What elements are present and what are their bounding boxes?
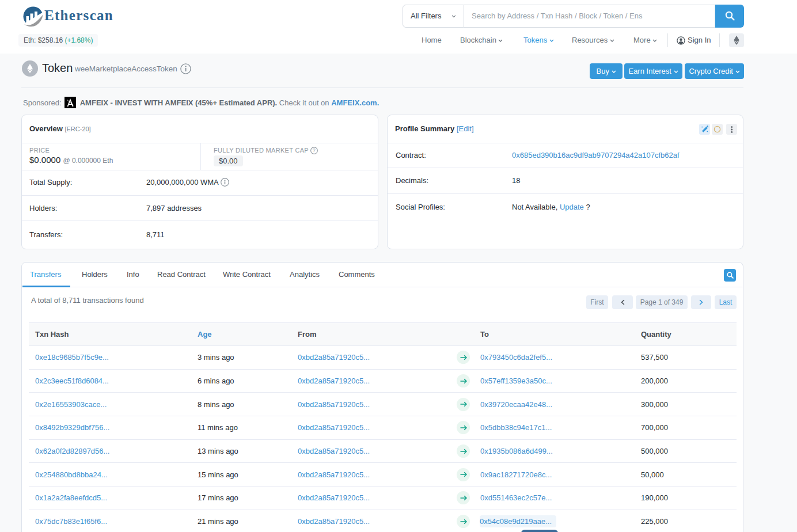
svg-text:?: ? [313, 147, 316, 153]
